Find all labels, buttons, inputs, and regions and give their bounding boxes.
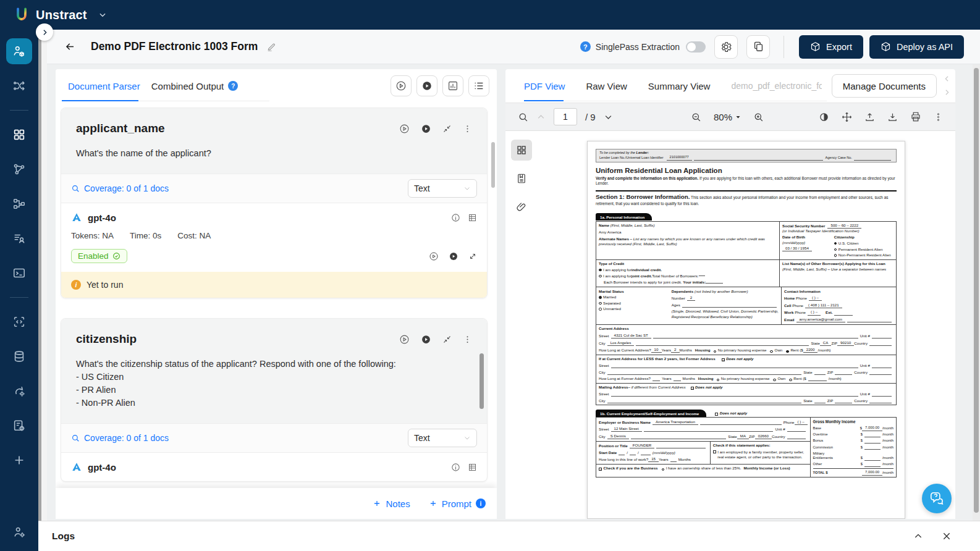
info-icon[interactable] xyxy=(451,463,460,472)
next-page-icon[interactable] xyxy=(604,112,613,122)
prompt-text[interactable]: What's the citizenship status of the app… xyxy=(76,358,472,410)
next-document-icon[interactable] xyxy=(943,88,951,96)
prompt-info-icon[interactable]: i xyxy=(476,498,486,508)
output-type-select[interactable]: Text xyxy=(408,429,477,447)
form-label: Gross Monthly Income xyxy=(813,419,893,424)
housing-option: No primary housing expense xyxy=(718,348,767,353)
manage-documents-button[interactable]: Manage Documents xyxy=(832,74,937,98)
analytics-button[interactable] xyxy=(442,75,463,96)
sidebar-expand-button[interactable] xyxy=(36,23,53,41)
sidebar-item-user-settings[interactable] xyxy=(6,519,32,545)
table-output-icon[interactable] xyxy=(468,463,477,472)
info-icon[interactable] xyxy=(451,213,460,222)
add-notes-button[interactable]: Notes xyxy=(373,498,410,509)
close-logs-icon[interactable] xyxy=(942,531,952,541)
card-menu-icon[interactable] xyxy=(463,124,472,133)
prev-page-icon[interactable] xyxy=(536,112,546,122)
run-all-documents-button[interactable] xyxy=(416,75,437,96)
sidebar-item-task-logs[interactable] xyxy=(6,225,32,251)
print-icon[interactable] xyxy=(910,111,921,122)
scrollbar-thumb[interactable] xyxy=(974,68,979,513)
tab-raw-view[interactable]: Raw View xyxy=(586,81,627,91)
tab-summary-view[interactable]: Summary View xyxy=(648,81,711,91)
deploy-as-api-button[interactable]: Deploy as API xyxy=(869,35,964,59)
singlepass-help-icon[interactable]: ? xyxy=(580,41,591,52)
add-prompt-button[interactable]: Prompt i xyxy=(429,498,486,509)
left-panel-scrollbar[interactable] xyxy=(491,142,495,188)
tab-pdf-view[interactable]: PDF View xyxy=(524,81,565,91)
expand-output-icon[interactable] xyxy=(468,252,477,261)
sidebar-item-database[interactable] xyxy=(6,343,32,369)
sidebar-item-pipelines[interactable] xyxy=(6,191,32,217)
housing-option: Own xyxy=(775,348,783,353)
list-view-button[interactable] xyxy=(468,75,489,96)
marital-option: Married xyxy=(603,295,616,300)
llm-row-icons xyxy=(451,463,477,472)
run-prompt-icon[interactable] xyxy=(399,334,410,345)
run-prompt-all-docs-icon[interactable] xyxy=(421,124,431,134)
zoom-value: 80% xyxy=(714,112,732,122)
expand-logs-icon[interactable] xyxy=(913,531,923,541)
run-all-prompts-button[interactable] xyxy=(391,75,412,96)
coverage-link[interactable]: Coverage: 0 of 1 docs xyxy=(71,433,169,443)
prev-document-icon[interactable] xyxy=(943,75,951,83)
thumbnails-icon[interactable] xyxy=(511,140,532,161)
page-number-input[interactable] xyxy=(554,108,577,125)
sidebar-item-prompt-studio[interactable] xyxy=(6,38,32,64)
singlepass-toggle[interactable] xyxy=(686,41,706,53)
edit-title-icon[interactable] xyxy=(266,42,276,52)
form-label: $ xyxy=(861,462,863,467)
zoom-in-icon[interactable] xyxy=(753,112,764,122)
table-output-icon[interactable] xyxy=(468,213,477,222)
output-type-select[interactable]: Text xyxy=(408,179,477,198)
sidebar-item-terminal[interactable] xyxy=(6,260,32,286)
more-tools-icon[interactable] xyxy=(934,112,943,122)
prompt-text[interactable]: What's the name of the applicant? xyxy=(76,147,472,160)
org-switcher-chevron-icon[interactable] xyxy=(98,11,107,19)
run-llm-icon[interactable] xyxy=(429,251,439,261)
run-llm-all-icon[interactable] xyxy=(449,251,458,261)
form-label: Phone xyxy=(792,303,803,308)
sidebar-item-add[interactable] xyxy=(6,447,32,473)
run-prompt-all-docs-icon[interactable] xyxy=(421,334,431,345)
form-label: TOTAL $ xyxy=(813,471,828,476)
tab-combined-output[interactable]: Combined Output ? xyxy=(151,81,239,91)
zoom-out-icon[interactable] xyxy=(691,112,701,122)
sidebar-item-workflows[interactable] xyxy=(6,73,32,99)
prompt-scrollbar[interactable] xyxy=(479,353,484,409)
bookmarks-icon[interactable] xyxy=(511,168,532,189)
attachments-icon[interactable] xyxy=(511,196,532,217)
prompt-line: - PR Alien xyxy=(76,384,472,397)
sidebar-item-automation[interactable] xyxy=(6,378,32,404)
search-icon[interactable] xyxy=(518,112,528,122)
sidebar-item-code-extract[interactable] xyxy=(6,309,32,335)
zoom-level[interactable]: 80% xyxy=(714,112,741,122)
llm-name: gpt-4o xyxy=(88,212,116,223)
pdf-toolbar: / 9 80% xyxy=(505,103,955,131)
run-prompt-icon[interactable] xyxy=(399,124,410,134)
pdf-page[interactable]: To be completed by the Lender: Lender Lo… xyxy=(587,141,905,519)
contrast-icon[interactable] xyxy=(819,112,829,122)
form-label: $ xyxy=(861,445,863,450)
settings-button[interactable] xyxy=(714,35,738,59)
collapse-card-icon[interactable] xyxy=(442,124,452,133)
card-menu-icon[interactable] xyxy=(463,335,472,344)
sidebar-item-doc-settings[interactable] xyxy=(6,413,32,439)
collapse-card-icon[interactable] xyxy=(442,335,452,344)
window-scrollbar[interactable] xyxy=(973,64,980,521)
clone-tool-button[interactable] xyxy=(746,35,770,59)
prompt-key: applicant_name xyxy=(76,122,165,135)
download-icon[interactable] xyxy=(887,112,898,122)
upload-icon[interactable] xyxy=(864,112,875,122)
form-label: Country xyxy=(772,434,785,439)
sidebar-item-connectors[interactable] xyxy=(6,156,32,182)
form-hint: (mm/dd/yyyy) xyxy=(653,450,675,455)
export-button[interactable]: Export xyxy=(799,35,863,59)
coverage-link[interactable]: Coverage: 0 of 1 docs xyxy=(71,183,169,193)
sidebar-item-dashboard[interactable] xyxy=(6,122,32,148)
tab-document-parser[interactable]: Document Parser xyxy=(68,81,140,91)
help-chat-button[interactable] xyxy=(922,484,952,513)
pan-icon[interactable] xyxy=(842,112,852,122)
combined-output-help-icon[interactable]: ? xyxy=(228,81,238,91)
back-button[interactable] xyxy=(64,41,76,53)
